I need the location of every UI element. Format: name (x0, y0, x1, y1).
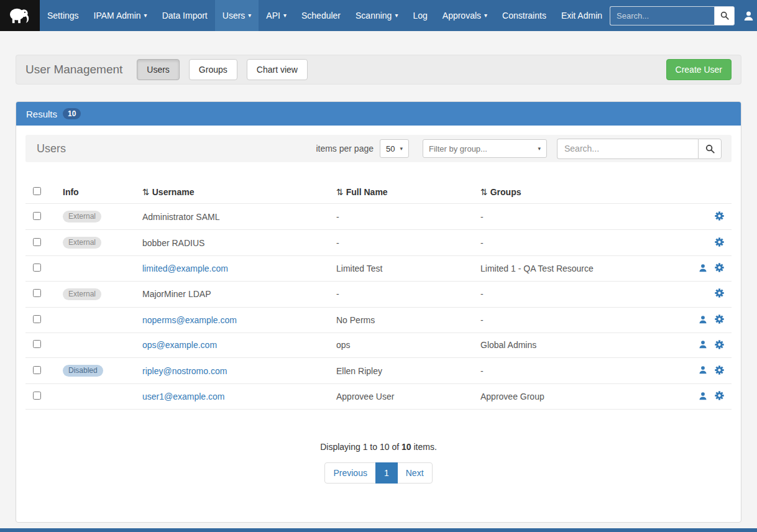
gear-icon[interactable] (715, 263, 724, 272)
user-profile-icon[interactable] (699, 365, 707, 374)
row-checkbox[interactable] (33, 289, 41, 297)
username-link[interactable]: MajorMiner LDAP (142, 289, 211, 299)
column-header-username[interactable]: ⇅Username (135, 181, 329, 204)
row-checkbox[interactable] (33, 315, 41, 323)
user-profile-icon[interactable] (699, 392, 707, 400)
nav-item-label: Constraints (502, 11, 546, 21)
row-checkbox[interactable] (33, 392, 41, 400)
next-page-button[interactable]: Next (397, 462, 433, 484)
global-search-input[interactable] (610, 6, 714, 25)
status-badge: External (63, 211, 101, 222)
tab-users[interactable]: Users (137, 59, 180, 80)
table-search (557, 139, 722, 159)
nav-item-scanning[interactable]: Scanning ▾ (348, 0, 405, 31)
nav-item-settings[interactable]: Settings ▾ (40, 0, 86, 31)
brand-logo[interactable] (0, 0, 40, 31)
sort-icon: ⇅ (336, 187, 344, 197)
nav-item-exit-admin[interactable]: Exit Admin ▾ (554, 0, 610, 31)
groups-cell: - (473, 308, 677, 333)
column-header-full-name[interactable]: ⇅Full Name (329, 181, 473, 204)
row-checkbox[interactable] (33, 238, 41, 246)
column-header-groups[interactable]: ⇅Groups (473, 181, 677, 204)
tab-chart-view[interactable]: Chart view (247, 59, 308, 80)
page-1-button[interactable]: 1 (375, 462, 398, 484)
users-table: Info ⇅Username ⇅Full Name ⇅Groups Extern… (25, 181, 732, 410)
table-search-button[interactable] (698, 139, 722, 159)
username-link[interactable]: user1@example.com (142, 392, 225, 401)
nav-item-label: Approvals (443, 11, 481, 21)
nav-item-label: IPAM Admin (94, 11, 141, 21)
top-navbar: Settings ▾ IPAM Admin ▾ Data Import ▾ Us… (0, 0, 757, 31)
table-search-input[interactable] (557, 139, 698, 159)
user-row-ops-example-com: ops@example.com ops Global Admins (25, 332, 732, 358)
items-per-page-label: items per page (316, 144, 374, 154)
full-name-cell: - (329, 204, 473, 230)
chevron-down-icon: ▾ (248, 12, 251, 19)
user-row-ripley-nostromo-com: Disabled ripley@nostromo.com Ellen Riple… (25, 358, 732, 384)
nav-item-constraints[interactable]: Constraints ▾ (495, 0, 554, 31)
search-icon (705, 144, 715, 154)
groups-cell: - (473, 204, 677, 230)
username-link[interactable]: ops@example.com (142, 340, 217, 350)
nav-item-label: Users (223, 11, 245, 21)
row-checkbox[interactable] (33, 366, 41, 374)
groups-cell: Limited 1 - QA Test Resource (473, 256, 677, 282)
username-link[interactable]: ripley@nostromo.com (142, 366, 227, 376)
toolbar-controls: items per page 50 ▾ Filter by group... ▾ (316, 139, 722, 159)
row-checkbox[interactable] (33, 264, 41, 272)
search-icon (720, 11, 729, 20)
nav-item-data-import[interactable]: Data Import ▾ (155, 0, 215, 31)
group-filter-select[interactable]: Filter by group... ▾ (423, 139, 547, 158)
paging-summary: Displaying 1 to 10 of 10 items. (25, 442, 732, 452)
nav-item-users[interactable]: Users ▾ (215, 0, 259, 31)
create-user-button[interactable]: Create User (666, 59, 732, 80)
gear-icon[interactable] (715, 340, 724, 349)
nav-item-ipam-admin[interactable]: IPAM Admin ▾ (86, 0, 155, 31)
username-link[interactable]: noperms@example.com (142, 315, 237, 325)
status-badge: Disabled (63, 365, 103, 377)
user-menu[interactable]: ▾ (741, 11, 757, 21)
items-per-page-select[interactable]: 50 ▾ (380, 139, 409, 158)
chevron-down-icon: ▾ (538, 145, 541, 152)
previous-page-button[interactable]: Previous (324, 462, 375, 484)
row-checkbox[interactable] (33, 212, 41, 220)
full-name-cell: ops (329, 332, 473, 358)
nav-item-label: Data Import (162, 11, 208, 21)
global-search-button[interactable] (714, 6, 735, 25)
username-link[interactable]: bobber RADIUS (142, 238, 204, 248)
footer-bar (0, 528, 757, 532)
full-name-cell: No Perms (329, 308, 473, 333)
groups-cell: Global Admins (473, 332, 677, 358)
row-checkbox[interactable] (33, 340, 41, 348)
group-filter-placeholder: Filter by group... (429, 144, 487, 154)
gear-icon[interactable] (715, 314, 724, 324)
nav-item-api[interactable]: API ▾ (259, 0, 294, 31)
gear-icon[interactable] (715, 365, 724, 375)
user-profile-icon[interactable] (699, 315, 707, 324)
chevron-down-icon: ▾ (144, 12, 147, 19)
username-link[interactable]: limited@example.com (142, 264, 228, 273)
user-profile-icon[interactable] (699, 264, 707, 272)
username-link[interactable]: Administrator SAML (142, 212, 219, 222)
chevron-down-icon: ▾ (395, 12, 398, 19)
gear-icon[interactable] (715, 237, 724, 247)
sort-icon: ⇅ (480, 187, 488, 197)
groups-cell: - (473, 281, 677, 307)
gear-icon[interactable] (715, 391, 724, 400)
gear-icon[interactable] (715, 211, 724, 221)
full-name-cell: Approvee User (329, 384, 473, 410)
user-row-bobber-radius: External bobber RADIUS - - (25, 230, 732, 256)
nav-item-log[interactable]: Log ▾ (405, 0, 434, 31)
main-nav: Settings ▾ IPAM Admin ▾ Data Import ▾ Us… (40, 0, 610, 31)
select-all-checkbox[interactable] (33, 187, 41, 195)
tab-groups[interactable]: Groups (189, 59, 237, 80)
nav-item-label: Scheduler (301, 11, 341, 21)
results-panel: Results 10 Users items per page 50 ▾ Fil… (16, 101, 741, 523)
nav-item-scheduler[interactable]: Scheduler ▾ (294, 0, 348, 31)
groups-cell: - (473, 358, 677, 384)
gear-icon[interactable] (715, 288, 724, 298)
navbar-right: ▾ (610, 0, 757, 31)
nav-item-approvals[interactable]: Approvals ▾ (435, 0, 495, 31)
user-profile-icon[interactable] (699, 340, 707, 349)
paging-total: 10 (401, 442, 411, 452)
